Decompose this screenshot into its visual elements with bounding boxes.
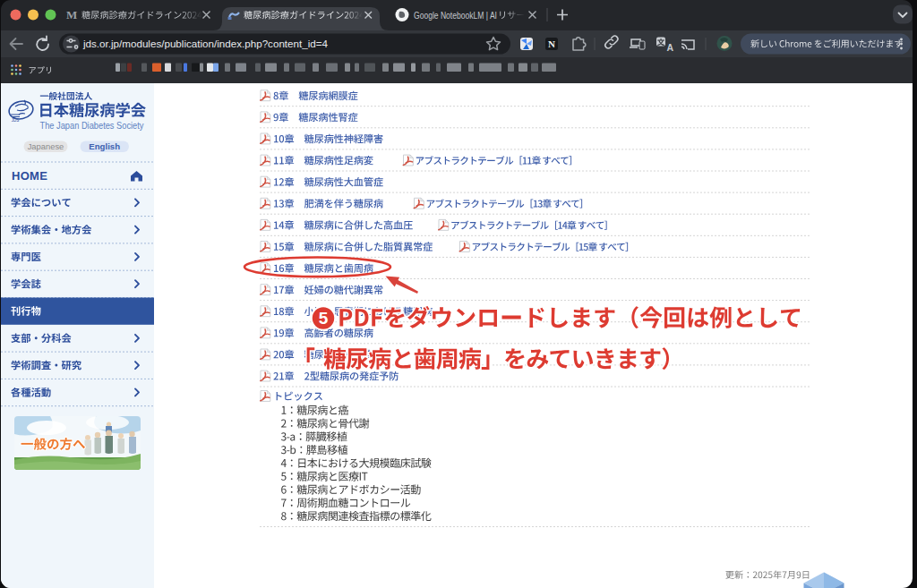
svg-text:Japanese: Japanese [28, 141, 64, 151]
svg-text:jds.or.jp/modules/publication/: jds.or.jp/modules/publication/index.php?… [82, 38, 328, 50]
svg-text:JDS: JDS [12, 118, 20, 123]
svg-text:HOME: HOME [12, 169, 47, 183]
svg-text:5: 5 [319, 309, 329, 328]
svg-text:English: English [89, 141, 120, 151]
svg-text:M: M [66, 8, 77, 21]
svg-text:The Japan Diabetes Society: The Japan Diabetes Society [40, 120, 144, 131]
svg-text:Google NotebookLM | AI: Google NotebookLM | AI [414, 11, 497, 21]
svg-text:N: N [548, 38, 555, 49]
svg-text:A: A [667, 42, 674, 53]
